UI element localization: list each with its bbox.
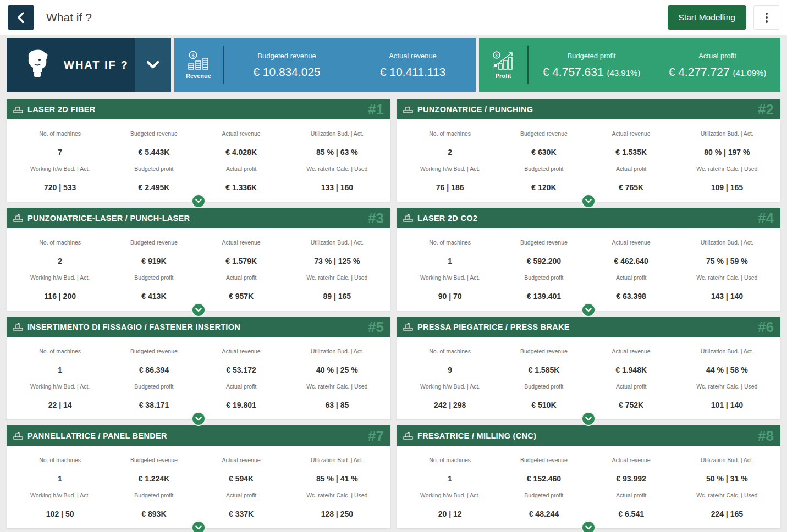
working-hw-label: Working h/w Bud. | Act. — [399, 483, 501, 498]
workcenter-cards-grid: LASER 2D FIBER #1 No. of machines Budget… — [7, 99, 780, 528]
card-body: No. of machines Budgeted revenue Actual … — [397, 228, 780, 311]
budgeted-revenue-label: Budgeted revenue — [224, 52, 350, 60]
actual-profit-label: Actual profit — [587, 265, 676, 281]
budgeted-profit-value: € 4.757.631 (43.91%) — [529, 65, 654, 79]
budgeted-profit-pct: (43.91%) — [607, 68, 640, 77]
wc-rate-value: 224 | 165 — [676, 498, 778, 518]
budgeted-revenue-value: € 86.394 — [111, 354, 196, 374]
no-of-machines-value: 2 — [9, 246, 111, 265]
budgeted-profit-label: Budgeted profit — [111, 265, 196, 281]
budgeted-profit-label: Budgeted profit — [501, 265, 586, 281]
wc-rate-label: Wc. rate/hr Calc. | Used — [286, 265, 388, 281]
expand-card-button[interactable] — [581, 303, 596, 317]
budgeted-profit-value: € 38.171 — [111, 390, 196, 409]
workcenter-card: LASER 2D CO2 #4 No. of machines Budgeted… — [397, 208, 780, 311]
profit-panel: $ Profit Budgeted profit € 4.757.631 (43… — [479, 38, 780, 92]
topbar: What if ? Start Modelling — [0, 0, 787, 35]
actual-profit-label: Actual profit — [654, 52, 780, 60]
svg-text:$: $ — [495, 53, 498, 58]
card-header: LASER 2D FIBER #1 — [7, 99, 390, 119]
wc-rate-label: Wc. rate/hr Calc. | Used — [286, 374, 388, 390]
utilization-label: Utilization Bud. | Act. — [286, 448, 388, 463]
utilization-value: 75 % | 59 % — [676, 246, 778, 265]
budgeted-revenue-label: Budgeted revenue — [111, 230, 196, 246]
actual-revenue-value: € 462.640 — [587, 246, 676, 265]
budgeted-profit-label: Budgeted profit — [111, 483, 196, 498]
start-modelling-button[interactable]: Start Modelling — [668, 5, 746, 30]
chevron-down-icon[interactable] — [135, 38, 171, 92]
expand-card-button[interactable] — [581, 194, 596, 208]
actual-revenue-label: Actual revenue — [587, 339, 676, 354]
whatif-dropdown[interactable]: WHAT IF ? — [7, 38, 171, 92]
no-of-machines-value: 1 — [9, 463, 111, 483]
budgeted-profit-value: € 413K — [111, 281, 196, 301]
budgeted-profit-label: Budgeted profit — [529, 52, 654, 60]
card-rank-badge: #3 — [368, 211, 384, 225]
budgeted-revenue-value: € 5.443K — [111, 137, 196, 157]
expand-card-button[interactable] — [191, 194, 206, 208]
utilization-value: 73 % | 125 % — [286, 246, 388, 265]
more-options-button[interactable] — [753, 5, 779, 30]
expand-card-button[interactable] — [581, 520, 596, 532]
page-title: What if ? — [46, 11, 92, 24]
card-header: INSERTIMENTO DI FISSAGIO / FASTENER INSE… — [7, 317, 390, 337]
utilization-label: Utilization Bud. | Act. — [286, 339, 388, 354]
machine-icon — [13, 105, 23, 114]
actual-profit-value: € 1.336K — [197, 172, 286, 192]
chevron-down-icon — [195, 525, 202, 530]
workcenter-card: INSERTIMENTO DI FISSAGIO / FASTENER INSE… — [7, 317, 390, 419]
actual-profit-label: Actual profit — [587, 483, 676, 498]
card-header: PUNZONATRICE / PUNCHING #2 — [397, 99, 780, 119]
budgeted-revenue-label: Budgeted revenue — [111, 121, 196, 137]
workcenter-card: PUNZONATRICE-LASER / PUNCH-LASER #3 No. … — [7, 208, 390, 311]
expand-card-button[interactable] — [581, 412, 596, 426]
expand-card-button[interactable] — [191, 412, 206, 426]
budgeted-profit-label: Budgeted profit — [501, 157, 586, 172]
budgeted-profit-value: € 510K — [501, 390, 586, 409]
machine-icon — [403, 214, 413, 223]
utilization-value: 44 % | 58 % — [676, 354, 778, 374]
no-of-machines-label: No. of machines — [9, 448, 111, 463]
no-of-machines-value: 1 — [9, 354, 111, 374]
card-body: No. of machines Budgeted revenue Actual … — [7, 446, 390, 528]
working-hw-value: 720 | 533 — [9, 172, 111, 192]
wc-rate-value: 109 | 165 — [676, 172, 778, 192]
thinking-person-icon — [23, 48, 52, 82]
actual-revenue-label: Actual revenue — [197, 230, 286, 246]
card-header: LASER 2D CO2 #4 — [397, 208, 780, 228]
actual-revenue-label: Actual revenue — [587, 230, 676, 246]
wc-rate-label: Wc. rate/hr Calc. | Used — [676, 265, 778, 281]
actual-profit-value: € 63.398 — [587, 281, 676, 301]
budgeted-profit-label: Budgeted profit — [501, 483, 586, 498]
chevron-down-icon — [585, 525, 592, 530]
utilization-label: Utilization Bud. | Act. — [676, 448, 778, 463]
expand-card-button[interactable] — [191, 520, 206, 532]
utilization-value: 40 % | 25 % — [286, 354, 388, 374]
working-hw-value: 76 | 186 — [399, 172, 501, 192]
card-header: PRESSA PIEGATRICE / PRESS BRAKE #6 — [397, 317, 780, 337]
card-body: No. of machines Budgeted revenue Actual … — [397, 337, 780, 419]
budgeted-revenue-label: Budgeted revenue — [501, 121, 586, 137]
wc-rate-label: Wc. rate/hr Calc. | Used — [286, 483, 388, 498]
budgeted-revenue-value: € 630K — [501, 137, 586, 157]
workcenter-card: PRESSA PIEGATRICE / PRESS BRAKE #6 No. o… — [397, 317, 780, 419]
machine-icon — [13, 214, 23, 223]
budgeted-profit-value: € 139.401 — [501, 281, 586, 301]
utilization-value: 50 % | 31 % — [676, 463, 778, 483]
back-button[interactable] — [8, 5, 34, 30]
chevron-down-icon — [585, 199, 592, 203]
card-title: PANNELLATRICE / PANEL BENDER — [27, 431, 167, 440]
revenue-icon-column: $ Revenue — [174, 51, 223, 79]
profit-chart-icon: $ — [491, 51, 515, 70]
topbar-actions: Start Modelling — [668, 5, 779, 30]
card-title: LASER 2D CO2 — [417, 214, 477, 223]
actual-revenue-label: Actual revenue — [197, 121, 286, 137]
workcenter-card: LASER 2D FIBER #1 No. of machines Budget… — [7, 99, 390, 202]
actual-revenue-label: Actual revenue — [350, 52, 476, 60]
expand-card-button[interactable] — [191, 303, 206, 317]
actual-profit-label: Actual profit — [587, 374, 676, 390]
working-hw-label: Working h/w Bud. | Act. — [9, 157, 111, 172]
actual-profit-label: Actual profit — [587, 157, 676, 172]
budgeted-profit-value: € 48.244 — [501, 498, 586, 518]
budgeted-revenue-label: Budgeted revenue — [111, 448, 196, 463]
